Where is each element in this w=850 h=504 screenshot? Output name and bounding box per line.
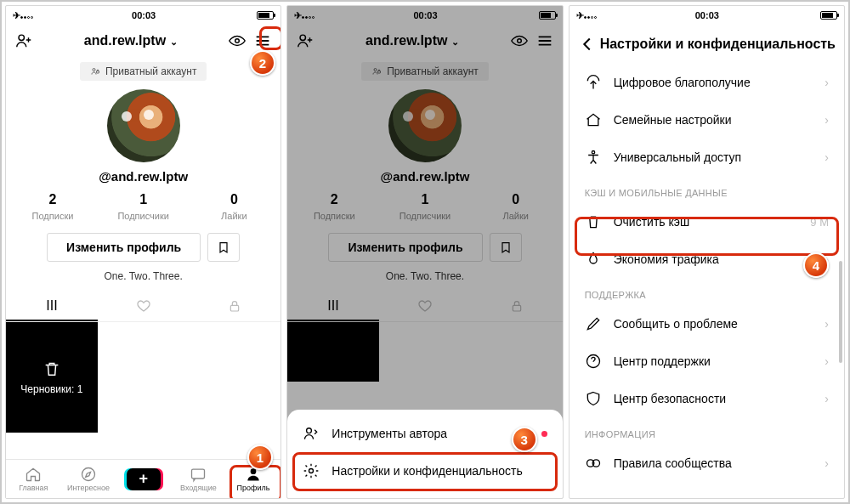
settings-title: Настройки и конфиденциальность — [600, 37, 836, 52]
battery-icon — [257, 11, 274, 20]
svg-point-5 — [82, 468, 95, 481]
battery-icon — [820, 11, 837, 20]
battery-icon — [539, 11, 556, 20]
section-info: ИНФОРМАЦИЯ — [570, 417, 844, 445]
stats-row: 2Подписки 1Подписчики 0Лайки — [6, 192, 280, 223]
clock: 00:03 — [34, 10, 253, 20]
status-bar: ✈︎ 00:03 — [287, 6, 562, 25]
hamburger-menu-icon — [536, 31, 554, 50]
back-icon[interactable] — [578, 35, 597, 54]
avatar — [388, 89, 462, 162]
notification-dot-icon — [541, 431, 547, 437]
cache-size: 9 М — [810, 216, 829, 229]
svg-rect-6 — [192, 469, 205, 479]
profile-name-dropdown: and.rew.lptw ⌄ — [321, 33, 502, 48]
eye-icon — [510, 31, 529, 50]
eye-icon[interactable] — [228, 31, 246, 50]
bookmark-button — [490, 233, 522, 262]
svg-rect-4 — [231, 305, 239, 311]
row-family[interactable]: Семейные настройки› — [570, 101, 844, 139]
screen-settings: ✈︎ 00:03 Настройки и конфиденциальность … — [569, 5, 845, 499]
nav-discover[interactable]: Интересное — [61, 460, 116, 498]
status-bar: ✈︎ 00:03 — [570, 6, 844, 25]
bookmark-button[interactable] — [207, 233, 240, 262]
avatar[interactable] — [107, 89, 180, 162]
svg-point-2 — [93, 69, 95, 71]
svg-point-10 — [374, 69, 377, 71]
row-accessibility[interactable]: Универсальный доступ› — [570, 139, 844, 176]
svg-point-0 — [19, 35, 24, 40]
edit-profile-button: Изменить профиль — [328, 233, 482, 262]
stat-likes[interactable]: 0Лайки — [189, 192, 280, 223]
nav-home[interactable]: Главная — [6, 460, 61, 498]
svg-point-9 — [517, 39, 521, 43]
profile-tabs — [6, 291, 280, 322]
row-report[interactable]: Сообщить о проблеме› — [570, 305, 844, 343]
row-guidelines[interactable]: Правила сообщества› — [570, 445, 844, 482]
row-safety[interactable]: Центр безопасности› — [570, 380, 844, 417]
signal-icon — [20, 10, 34, 20]
svg-point-15 — [592, 151, 594, 154]
sheet-settings-privacy[interactable]: Настройки и конфиденциальность — [287, 452, 562, 490]
svg-point-13 — [307, 428, 312, 433]
status-bar: ✈︎ 00:03 — [6, 6, 280, 25]
nav-inbox[interactable]: Входящие — [171, 460, 226, 498]
bottom-nav: Главная Интересное + Входящие Профиль — [6, 459, 280, 498]
private-account-tag: Приватный аккаунт — [80, 62, 207, 81]
svg-rect-3 — [96, 71, 99, 74]
svg-point-7 — [251, 468, 257, 474]
tab-private[interactable] — [190, 291, 281, 321]
row-data-saver[interactable]: Экономия трафика› — [570, 241, 844, 278]
screen-menu-sheet: ✈︎ 00:03 and.rew.lptw ⌄ Приватный аккаун… — [286, 5, 563, 499]
nav-create[interactable]: + — [116, 460, 171, 498]
hamburger-menu-icon[interactable] — [253, 31, 272, 50]
svg-rect-11 — [378, 71, 381, 74]
scrollbar[interactable] — [839, 261, 842, 363]
edit-profile-button[interactable]: Изменить профиль — [47, 233, 201, 262]
stat-followers[interactable]: 1Подписчики — [98, 192, 189, 223]
svg-point-8 — [300, 35, 305, 40]
signal-icon — [302, 10, 315, 20]
row-wellbeing[interactable]: Цифровое благополучие› — [570, 64, 844, 101]
svg-rect-12 — [513, 305, 520, 311]
profile-name-dropdown[interactable]: and.rew.lptw ⌄ — [40, 33, 221, 48]
clock: 00:03 — [315, 10, 535, 20]
drafts-tile[interactable]: Черновики: 1 — [6, 322, 98, 433]
tab-liked[interactable] — [98, 291, 190, 321]
bio: One. Two. Three. — [6, 270, 280, 282]
row-help[interactable]: Центр поддержки› — [570, 343, 844, 380]
add-user-icon[interactable] — [14, 31, 33, 50]
airplane-icon: ✈︎ — [576, 10, 584, 21]
svg-point-14 — [309, 469, 314, 473]
clock: 00:03 — [598, 10, 817, 20]
private-account-tag: Приватный аккаунт — [361, 62, 489, 81]
tab-grid[interactable] — [6, 291, 98, 321]
screen-profile: ✈︎ 00:03 and.rew.lptw ⌄ Приватный аккаун… — [5, 5, 281, 499]
airplane-icon: ✈︎ — [13, 10, 20, 21]
svg-point-1 — [235, 39, 240, 43]
section-support: ПОДДЕРЖКА — [570, 278, 844, 305]
add-user-icon — [296, 31, 314, 50]
section-cache: КЭШ И МОБИЛЬНЫЕ ДАННЫЕ — [570, 176, 844, 203]
signal-icon — [584, 10, 598, 20]
airplane-icon: ✈︎ — [294, 10, 302, 21]
action-sheet: Инструменты автора Настройки и конфиденц… — [287, 410, 562, 498]
username: @and.rew.lptw — [287, 169, 562, 184]
row-clear-cache[interactable]: Очистить кэш 9 М — [570, 203, 844, 241]
username: @and.rew.lptw — [6, 169, 280, 184]
stat-following[interactable]: 2Подписки — [8, 192, 99, 223]
